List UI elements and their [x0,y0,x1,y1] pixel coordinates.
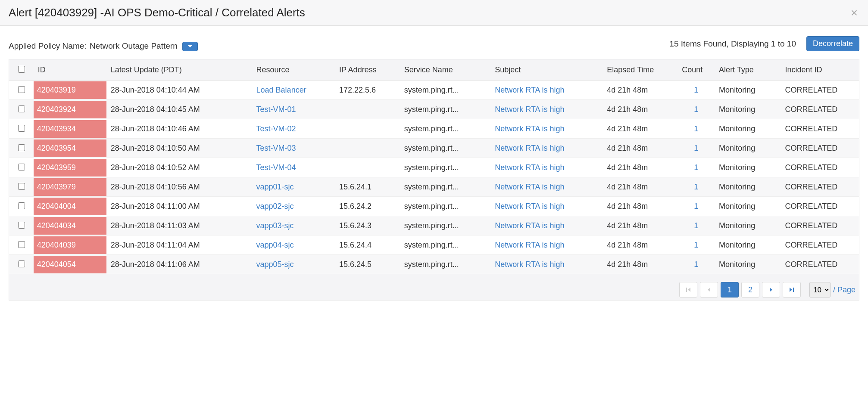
row-subject[interactable]: Network RTA is high [490,119,603,139]
next-page-button[interactable] [762,282,780,297]
policy-dropdown-button[interactable] [182,42,198,51]
alert-id-chip[interactable]: 420403934 [34,120,106,138]
count-link[interactable]: 1 [682,163,710,172]
row-subject[interactable]: Network RTA is high [490,100,603,119]
row-count[interactable]: 1 [678,119,715,139]
resource-link[interactable]: Test-VM-01 [256,105,296,114]
row-resource[interactable]: Test-VM-02 [252,119,335,139]
row-subject[interactable]: Network RTA is high [490,216,603,235]
row-select-checkbox[interactable] [18,241,25,248]
col-header-ip[interactable]: IP Address [335,59,400,81]
row-subject[interactable]: Network RTA is high [490,177,603,197]
resource-link[interactable]: Load Balancer [256,86,306,94]
row-subject[interactable]: Network RTA is high [490,197,603,216]
row-count[interactable]: 1 [678,255,715,274]
resource-link[interactable]: Test-VM-03 [256,144,296,152]
row-select-checkbox[interactable] [18,164,25,170]
col-header-count[interactable]: Count [678,59,715,81]
row-count[interactable]: 1 [678,235,715,255]
alert-id-chip[interactable]: 420403924 [34,101,106,118]
page-size-select[interactable]: 10 [809,282,831,297]
row-resource[interactable]: vapp02-sjc [252,197,335,216]
row-resource[interactable]: vapp01-sjc [252,177,335,197]
first-page-button[interactable] [679,282,697,297]
row-count[interactable]: 1 [678,177,715,197]
subject-link[interactable]: Network RTA is high [495,105,564,114]
row-count[interactable]: 1 [678,216,715,235]
row-select-checkbox[interactable] [18,183,25,190]
alert-id-chip[interactable]: 420404004 [34,198,106,215]
row-subject[interactable]: Network RTA is high [490,139,603,158]
decorrelate-button[interactable]: Decorrelate [806,36,859,51]
row-count[interactable]: 1 [678,81,715,100]
alert-id-chip[interactable]: 420403959 [34,159,106,177]
count-link[interactable]: 1 [682,124,710,133]
row-subject[interactable]: Network RTA is high [490,235,603,255]
row-count[interactable]: 1 [678,197,715,216]
count-link[interactable]: 1 [682,105,710,114]
subject-link[interactable]: Network RTA is high [495,144,564,152]
subject-link[interactable]: Network RTA is high [495,202,564,211]
subject-link[interactable]: Network RTA is high [495,124,564,133]
row-resource[interactable]: Test-VM-01 [252,100,335,119]
row-select-checkbox[interactable] [18,202,25,209]
row-select-checkbox[interactable] [18,222,25,229]
count-link[interactable]: 1 [682,144,710,153]
row-select-checkbox[interactable] [18,260,25,267]
row-select-checkbox[interactable] [18,86,25,93]
col-header-type[interactable]: Alert Type [715,59,781,81]
row-select-checkbox[interactable] [18,144,25,151]
resource-link[interactable]: vapp03-sjc [256,221,294,230]
row-resource[interactable]: vapp03-sjc [252,216,335,235]
resource-link[interactable]: vapp01-sjc [256,183,294,191]
row-count[interactable]: 1 [678,139,715,158]
subject-link[interactable]: Network RTA is high [495,241,564,249]
row-resource[interactable]: vapp05-sjc [252,255,335,274]
close-icon[interactable]: × [851,7,858,19]
resource-link[interactable]: Test-VM-02 [256,124,296,133]
subject-link[interactable]: Network RTA is high [495,163,564,172]
alert-id-chip[interactable]: 420404039 [34,236,106,254]
row-resource[interactable]: Test-VM-03 [252,139,335,158]
row-subject[interactable]: Network RTA is high [490,158,603,177]
last-page-button[interactable] [783,282,801,297]
count-link[interactable]: 1 [682,202,710,211]
alert-id-chip[interactable]: 420404034 [34,217,106,235]
subject-link[interactable]: Network RTA is high [495,221,564,230]
row-resource[interactable]: Load Balancer [252,81,335,100]
count-link[interactable]: 1 [682,86,710,95]
row-subject[interactable]: Network RTA is high [490,81,603,100]
resource-link[interactable]: vapp02-sjc [256,202,294,211]
count-link[interactable]: 1 [682,241,710,250]
count-link[interactable]: 1 [682,221,710,230]
alert-id-chip[interactable]: 420404054 [34,256,106,273]
page-number-button[interactable]: 1 [721,282,739,297]
row-resource[interactable]: Test-VM-04 [252,158,335,177]
select-all-checkbox[interactable] [18,66,25,73]
alert-id-chip[interactable]: 420403954 [34,139,106,157]
subject-link[interactable]: Network RTA is high [495,183,564,191]
resource-link[interactable]: vapp04-sjc [256,241,294,249]
row-select-checkbox[interactable] [18,125,25,132]
subject-link[interactable]: Network RTA is high [495,86,564,94]
alert-id-chip[interactable]: 420403979 [34,178,106,196]
subject-link[interactable]: Network RTA is high [495,260,564,269]
alert-id-chip[interactable]: 420403919 [34,81,106,99]
row-count[interactable]: 1 [678,100,715,119]
page-number-button[interactable]: 2 [741,282,759,297]
col-header-subject[interactable]: Subject [490,59,603,81]
count-link[interactable]: 1 [682,183,710,192]
col-header-service[interactable]: Service Name [400,59,491,81]
col-header-latest[interactable]: Latest Update (PDT) [106,59,252,81]
col-header-incident[interactable]: Incident ID [781,59,859,81]
row-subject[interactable]: Network RTA is high [490,255,603,274]
row-count[interactable]: 1 [678,158,715,177]
col-header-id[interactable]: ID [34,59,106,81]
row-resource[interactable]: vapp04-sjc [252,235,335,255]
count-link[interactable]: 1 [682,260,710,269]
resource-link[interactable]: vapp05-sjc [256,260,294,269]
prev-page-button[interactable] [700,282,718,297]
resource-link[interactable]: Test-VM-04 [256,163,296,172]
col-header-resource[interactable]: Resource [252,59,335,81]
row-select-checkbox[interactable] [18,105,25,112]
